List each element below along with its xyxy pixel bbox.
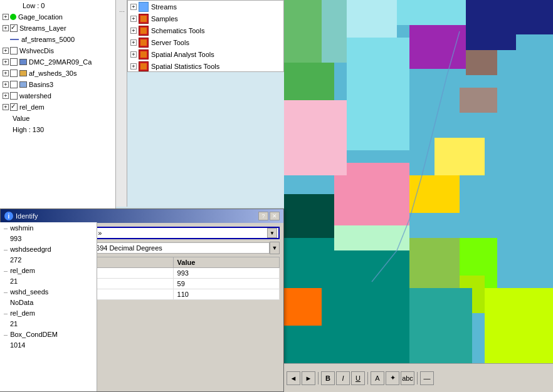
checkbox-watershed[interactable] — [10, 92, 18, 100]
results-panel: – wshmin 993 – wshdseedgrd 272 – rel_dem… — [0, 222, 97, 391]
result-272: 272 — [0, 254, 97, 265]
result-wshd-seeds[interactable]: – wshd_seeds — [0, 286, 97, 297]
location-scroll[interactable]: ▼ — [270, 242, 280, 254]
toolbar-back-btn[interactable]: ◄ — [287, 371, 300, 385]
tree-item-value: Value — [0, 113, 115, 124]
expander-streams[interactable]: + — [3, 25, 9, 31]
map-block — [284, 100, 347, 175]
bottom-toolbar: ◄ ► B I U A ✦ abc — — [284, 363, 553, 392]
tree-item-rel-dem[interactable]: + rel_dem — [0, 101, 115, 113]
map-block — [460, 88, 497, 113]
toolbox-item-samples[interactable]: + Samples — [128, 13, 283, 24]
tree-item-basins[interactable]: + Basins3 — [0, 79, 115, 90]
result-rel-dem-2[interactable]: – rel_dem — [0, 307, 97, 318]
toolbar-line-btn[interactable]: — — [420, 371, 434, 385]
toolbox-item-spatial-stats[interactable]: + Spatial Statistics Tools — [128, 60, 283, 72]
identify-help-button[interactable]: ? — [258, 212, 268, 220]
toolbar-italic-btn[interactable]: I — [336, 371, 350, 385]
tree-item-watershed[interactable]: + watershed — [0, 90, 115, 101]
map-block — [347, 0, 397, 38]
expander-af-wsheds[interactable]: + — [3, 70, 9, 76]
expander-basins[interactable]: + — [3, 81, 9, 88]
schematics-icon — [139, 26, 149, 36]
result-wshmin[interactable]: – wshmin — [0, 222, 97, 233]
map-block — [466, 50, 497, 75]
tree-item-dmc[interactable]: + DMC_29MAR09_Ca — [0, 56, 115, 68]
map-block — [516, 0, 553, 34]
checkbox-basins[interactable] — [10, 81, 18, 88]
toolbox-item-spatial-analyst[interactable]: + Spatial Analyst Tools — [128, 48, 283, 60]
toolbox-item-streams[interactable]: + Streams — [128, 1, 283, 13]
expander-rel-dem[interactable]: + — [3, 104, 9, 110]
checkbox-streams[interactable] — [10, 24, 18, 32]
tree-item-streams-layer[interactable]: + Streams_Layer — [0, 23, 115, 34]
map-block — [347, 38, 409, 150]
dropdown-arrow[interactable]: ▼ — [267, 228, 277, 238]
expander-gage[interactable]: + — [3, 14, 9, 20]
spatial-stats-icon — [139, 61, 149, 71]
tree-item-low: Low : 0 — [0, 0, 115, 11]
tree-item-af-wsheds[interactable]: + af_wsheds_30s — [0, 68, 115, 79]
expander-watershed[interactable]: + — [3, 93, 9, 99]
map-block — [284, 194, 334, 238]
toolbar-sep-3 — [417, 372, 418, 384]
toolbar-font-color-btn[interactable]: A — [371, 371, 384, 385]
checkbox-wshvec[interactable] — [10, 47, 18, 54]
expander-wshvec[interactable]: + — [3, 48, 9, 54]
toolbox-item-schematics[interactable]: + Schematics Tools — [128, 24, 283, 36]
result-wshdseedgrd[interactable]: – wshdseedgrd — [0, 244, 97, 254]
map-block — [409, 25, 466, 69]
toolbar-forward-btn[interactable]: ► — [302, 371, 315, 385]
expander-spatial-stats[interactable]: + — [130, 63, 137, 70]
toolbox-item-server[interactable]: + Server Tools — [128, 36, 283, 48]
toolbar-highlight-btn[interactable]: ✦ — [386, 371, 399, 385]
map-block — [409, 175, 460, 213]
result-993: 993 — [0, 233, 97, 244]
map-block — [397, 0, 466, 25]
tree-item-af-streams: af_streams_5000 — [0, 34, 115, 45]
expander-samples[interactable]: + — [130, 16, 137, 22]
spatial-analyst-icon — [139, 49, 149, 59]
result-box-cond[interactable]: – Box_CondDEM — [0, 329, 97, 339]
map-block — [409, 288, 472, 363]
table-header-value: Value — [173, 257, 279, 268]
toolbar-bold-btn[interactable]: B — [321, 371, 335, 385]
identify-close-button[interactable]: ✕ — [270, 212, 280, 220]
tree-item-gage[interactable]: + Gage_location — [0, 11, 115, 23]
map-block — [322, 0, 347, 63]
toolbar-underline-btn[interactable]: U — [351, 371, 365, 385]
identify-title-left: i Identify — [4, 212, 38, 220]
result-nodata: NoData — [0, 297, 97, 307]
toolbar-sep-2 — [367, 372, 368, 384]
expander-server[interactable]: + — [130, 39, 137, 46]
map-block — [334, 225, 409, 250]
tree-item-high: High : 130 — [0, 124, 115, 135]
expander-dmc[interactable]: + — [3, 59, 9, 65]
identify-info-icon: i — [4, 212, 13, 220]
expander-spatial-analyst[interactable]: + — [130, 51, 137, 58]
tree-item-wshvec[interactable]: + WshvecDis — [0, 45, 115, 56]
identify-title-bar: i Identify ? ✕ — [1, 209, 283, 223]
checkbox-rel-dem[interactable] — [10, 103, 18, 111]
expander-schematics[interactable]: + — [130, 28, 137, 34]
map-block — [284, 288, 322, 326]
gage-icon — [10, 14, 16, 20]
identify-title-text: Identify — [16, 212, 38, 220]
map-block — [284, 0, 322, 63]
toolbox-panel: + Streams + Samples + Schematics Tools +… — [127, 0, 284, 72]
toolbar-sep-1 — [318, 372, 319, 384]
middle-toolbar: ⋮ — [116, 0, 127, 207]
toolbar-text-btn[interactable]: abc — [401, 371, 414, 385]
map-block — [466, 0, 516, 50]
result-21-2: 21 — [0, 318, 97, 329]
map-area[interactable] — [284, 0, 553, 363]
checkbox-dmc[interactable] — [10, 58, 18, 66]
expander-streams-toolbox[interactable]: + — [130, 4, 137, 10]
result-1014: 1014 — [0, 339, 97, 350]
result-rel-dem-1[interactable]: – rel_dem — [0, 265, 97, 276]
result-21-1: 21 — [0, 276, 97, 286]
map-block — [485, 288, 553, 363]
server-icon — [139, 38, 149, 48]
checkbox-af-wsheds[interactable] — [10, 70, 18, 77]
streams-icon — [139, 2, 149, 12]
